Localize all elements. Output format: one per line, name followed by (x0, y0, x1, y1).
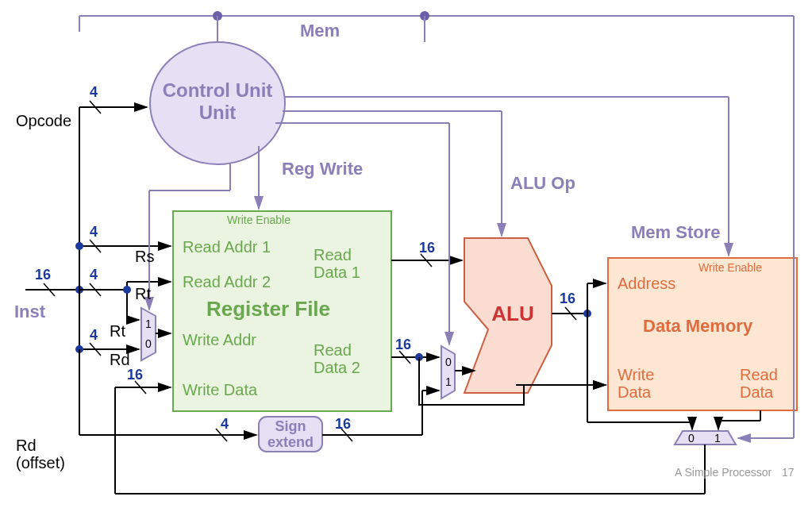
mem-read-data-line2: Data (740, 383, 774, 401)
mem-address-label: Address (618, 275, 675, 292)
write-addr-label: Write Addr (183, 331, 256, 348)
inst-label: Inst (14, 302, 46, 321)
alu-op-signal-label: ALU Op (510, 173, 575, 193)
mux-addr-0: 0 (145, 337, 152, 350)
width-sign-in: 4 (221, 416, 229, 432)
sign-extend-line2: extend (267, 434, 314, 450)
width-rd: 4 (90, 327, 98, 343)
svg-text:Data 2: Data 2 (314, 359, 360, 376)
alu-title: ALU (491, 302, 533, 325)
reg-write-enable-label: Write Enable (227, 214, 291, 226)
processor-diagram: Control Unit Unit split handled manually… (0, 0, 812, 508)
width-rt: 4 (90, 267, 98, 283)
mux-mem-0: 0 (688, 432, 695, 444)
svg-point-7 (75, 242, 83, 250)
width-alu-out: 16 (560, 291, 575, 306)
data-memory-title: Data Memory (643, 316, 753, 336)
read-addr2-label: Read Addr 2 (183, 273, 271, 291)
mux-alu-1: 1 (445, 375, 452, 388)
width-alu-in2: 16 (395, 337, 411, 352)
mem-signal-label: Mem (300, 21, 340, 40)
mux-write-addr (141, 308, 156, 360)
control-unit-label-line1: Control Unit (163, 79, 273, 101)
mux-addr-1: 1 (145, 318, 152, 330)
opcode-label: Opcode (16, 112, 71, 129)
write-data-label: Write Data (183, 381, 258, 398)
mem-write-data-line1: Write (618, 366, 654, 383)
sign-extend-line1: Sign (275, 418, 306, 434)
rd-label: Rd (110, 351, 130, 368)
read-addr1-label: Read Addr 1 (183, 238, 271, 256)
rs-label: Rs (135, 248, 154, 265)
register-file-title: Register File (206, 297, 330, 321)
width-alu-in1: 16 (419, 240, 435, 256)
mem-store-signal-label: Mem Store (631, 222, 720, 242)
rd-offset-line2: (offset) (16, 454, 65, 471)
control-unit-label-line2: Unit (199, 102, 237, 123)
width-sign-out: 16 (335, 416, 351, 432)
rt-label: Rt (135, 285, 151, 302)
mux-mem-out (675, 431, 736, 444)
footer-text: A Simple Processor (675, 466, 772, 479)
reg-write-signal-label: Reg Write (282, 159, 363, 179)
mux-mem-1: 1 (714, 432, 721, 444)
rd-offset-line1: Rd (16, 437, 37, 454)
mux-alu-input (441, 346, 455, 398)
read-data2-label: Read (314, 341, 352, 359)
mem-write-enable-label: Write Enable (698, 261, 762, 274)
footer-page: 17 (782, 466, 795, 479)
width-writedata: 16 (127, 367, 143, 383)
width-inst: 16 (35, 267, 51, 283)
mem-read-data-line1: Read (740, 366, 778, 383)
svg-text:Data 1: Data 1 (314, 264, 360, 281)
width-rs: 4 (90, 224, 98, 240)
rt-label-2: Rt (110, 322, 125, 340)
mux-alu-0: 0 (445, 356, 452, 368)
mem-write-data-line2: Data (618, 383, 652, 401)
svg-point-13 (123, 286, 131, 294)
read-data1-label: Read (314, 246, 352, 264)
width-opcode: 4 (90, 84, 98, 100)
